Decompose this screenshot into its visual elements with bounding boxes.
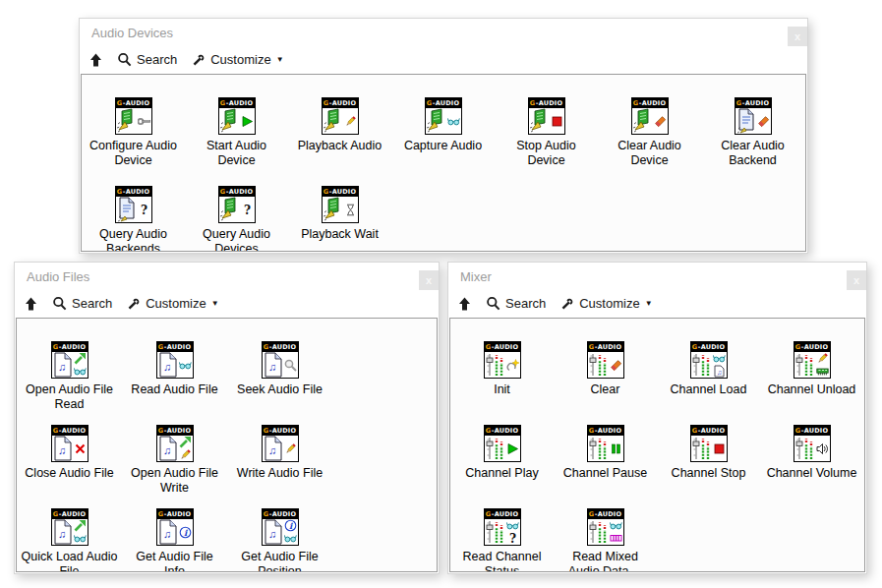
playback-audio-icon: G-AUDIO: [322, 97, 359, 135]
palette-item-channel-play[interactable]: G-AUDIOChannel Play: [450, 420, 554, 503]
palette-item-open-audio-file-write[interactable]: G-AUDIO♫Open Audio File Write: [122, 420, 227, 503]
search-button[interactable]: Search: [117, 52, 177, 68]
palette-item-playback-wait[interactable]: G-AUDIOPlayback Wait: [288, 181, 391, 252]
search-button[interactable]: Search: [52, 296, 112, 312]
read-channel-status-icon: G-AUDIO?: [484, 508, 521, 546]
palette-item-label: Get Audio File Info: [126, 550, 224, 572]
palette-item-quick-load-audio-file[interactable]: G-AUDIO♫Quick Load Audio File: [17, 503, 122, 572]
channel-stop-icon: G-AUDIO: [690, 425, 728, 462]
palette-item-get-audio-file-info[interactable]: G-AUDIO♫iGet Audio File Info: [122, 503, 227, 572]
palette-item-close-audio-file[interactable]: G-AUDIO♫Close Audio File: [17, 420, 122, 503]
window-mixer: Mixer x Search Customize ▼: [447, 262, 867, 574]
customize-button[interactable]: Customize ▼: [559, 296, 652, 312]
palette-item-label: Close Audio File: [25, 466, 113, 481]
titlebar[interactable]: Audio Devices x: [80, 19, 807, 46]
search-button[interactable]: Search: [486, 296, 546, 312]
g-audio-band: G-AUDIO: [691, 342, 727, 352]
palette-item-seek-audio-file[interactable]: G-AUDIO♫Seek Audio File: [227, 336, 332, 420]
channel-load-icon: G-AUDIO♫: [690, 341, 728, 379]
up-level-button[interactable]: [88, 52, 103, 68]
toolbar: Search Customize ▼: [15, 290, 439, 317]
palette-item-label: Configure Audio Device: [85, 139, 183, 168]
svg-text:♫: ♫: [162, 361, 170, 373]
titlebar[interactable]: Audio Files x: [15, 263, 439, 290]
g-audio-band: G-AUDIO: [632, 98, 668, 108]
palette-item-clear[interactable]: G-AUDIOClear: [554, 336, 657, 420]
palette-item-label: Read Channel Status: [453, 550, 552, 572]
palette-grid: G-AUDIOConfigure Audio DeviceG-AUDIOStar…: [82, 75, 805, 252]
palette-item-clear-audio-backend[interactable]: G-AUDIOClear Audio Backend: [701, 92, 804, 181]
palette-content: G-AUDIOConfigure Audio DeviceG-AUDIOStar…: [81, 74, 806, 252]
svg-text:♫: ♫: [57, 444, 65, 456]
palette-item-label: Channel Unload: [768, 382, 856, 397]
svg-text:?: ?: [141, 204, 147, 216]
palette-item-playback-audio[interactable]: G-AUDIOPlayback Audio: [288, 92, 391, 181]
palette-item-label: Quick Load Audio File: [21, 550, 119, 572]
close-button[interactable]: x: [419, 270, 439, 290]
g-audio-band: G-AUDIO: [52, 342, 88, 352]
palette-item-open-audio-file-read[interactable]: G-AUDIO♫Open Audio File Read: [17, 336, 122, 420]
g-audio-band: G-AUDIO: [588, 342, 623, 352]
search-label: Search: [72, 296, 112, 311]
palette-item-clear-audio-device[interactable]: G-AUDIOClear Audio Device: [598, 92, 701, 181]
clear-audio-device-icon: G-AUDIO: [631, 97, 669, 135]
up-level-button[interactable]: [24, 296, 38, 312]
palette-content: G-AUDIOInitG-AUDIOClearG-AUDIO♫Channel L…: [449, 318, 865, 572]
palette-item-channel-load[interactable]: G-AUDIO♫Channel Load: [657, 336, 760, 420]
palette-item-read-channel-status[interactable]: G-AUDIO?Read Channel Status: [450, 503, 554, 572]
palette-grid: G-AUDIOInitG-AUDIOClearG-AUDIO♫Channel L…: [450, 319, 864, 572]
start-audio-device-icon: G-AUDIO: [218, 97, 256, 135]
palette-item-channel-volume[interactable]: G-AUDIOChannel Volume: [760, 420, 863, 503]
g-audio-band: G-AUDIO: [157, 509, 193, 519]
search-label: Search: [137, 52, 177, 67]
customize-label: Customize: [579, 296, 639, 311]
window-audio-files: Audio Files x Search Customize ▼: [14, 262, 440, 574]
palette-item-read-mixed-audio-data[interactable]: G-AUDIORead Mixed Audio Data ...: [554, 503, 657, 572]
palette-item-query-audio-devices[interactable]: G-AUDIO?Query Audio Devices: [185, 181, 288, 252]
up-arrow-icon: [457, 296, 472, 312]
palette-item-configure-audio-device[interactable]: G-AUDIOConfigure Audio Device: [82, 92, 185, 181]
customize-button[interactable]: Customize ▼: [126, 296, 218, 312]
palette-item-channel-stop[interactable]: G-AUDIOChannel Stop: [657, 420, 760, 503]
palette-item-stop-audio-device[interactable]: G-AUDIOStop Audio Device: [495, 92, 598, 181]
write-audio-file-icon: G-AUDIO♫: [262, 425, 299, 462]
palette-item-capture-audio[interactable]: G-AUDIOCapture Audio: [391, 92, 495, 181]
seek-audio-file-icon: G-AUDIO♫: [262, 341, 299, 379]
g-audio-band: G-AUDIO: [426, 98, 461, 108]
g-audio-band: G-AUDIO: [588, 509, 623, 519]
close-button[interactable]: x: [788, 27, 807, 46]
channel-volume-icon: G-AUDIO: [794, 425, 831, 462]
open-audio-file-write-icon: G-AUDIO♫: [156, 425, 194, 462]
palette-item-query-audio-backends[interactable]: G-AUDIO?Query Audio Backends: [82, 181, 185, 252]
svg-text:♫: ♫: [267, 361, 275, 373]
svg-text:♫: ♫: [162, 528, 170, 540]
palette-item-label: Channel Play: [465, 466, 538, 481]
svg-text:?: ?: [509, 532, 516, 545]
palette-item-start-audio-device[interactable]: G-AUDIOStart Audio Device: [185, 92, 288, 181]
palette-item-label: Read Mixed Audio Data ...: [557, 550, 655, 572]
init-icon: G-AUDIO: [484, 341, 521, 379]
g-audio-band: G-AUDIO: [219, 187, 255, 197]
customize-button[interactable]: Customize ▼: [191, 52, 283, 68]
svg-text:?: ?: [244, 204, 251, 216]
g-audio-band: G-AUDIO: [485, 509, 520, 519]
titlebar[interactable]: Mixer x: [448, 263, 866, 290]
g-audio-band: G-AUDIO: [691, 426, 727, 436]
palette-item-label: Clear: [591, 382, 620, 397]
palette-item-write-audio-file[interactable]: G-AUDIO♫Write Audio File: [227, 420, 332, 503]
configure-audio-device-icon: G-AUDIO: [115, 97, 152, 135]
palette-item-label: Capture Audio: [404, 139, 482, 153]
palette-item-channel-pause[interactable]: G-AUDIOChannel Pause: [554, 420, 657, 503]
palette-item-read-audio-file[interactable]: G-AUDIO♫Read Audio File: [122, 336, 227, 420]
g-audio-band: G-AUDIO: [52, 509, 88, 519]
up-level-button[interactable]: [457, 296, 472, 312]
palette-item-label: Playback Wait: [301, 227, 379, 242]
palette-item-get-audio-file-position[interactable]: G-AUDIO♫iGet Audio File Position: [227, 503, 332, 572]
palette-item-label: Channel Stop: [672, 466, 746, 481]
query-audio-backends-icon: G-AUDIO?: [115, 186, 152, 223]
palette-item-channel-unload[interactable]: G-AUDIOChannel Unload: [760, 336, 863, 420]
palette-item-init[interactable]: G-AUDIOInit: [450, 336, 554, 420]
close-button[interactable]: x: [847, 270, 866, 290]
clear-icon: G-AUDIO: [587, 341, 624, 379]
g-audio-band: G-AUDIO: [263, 426, 298, 436]
